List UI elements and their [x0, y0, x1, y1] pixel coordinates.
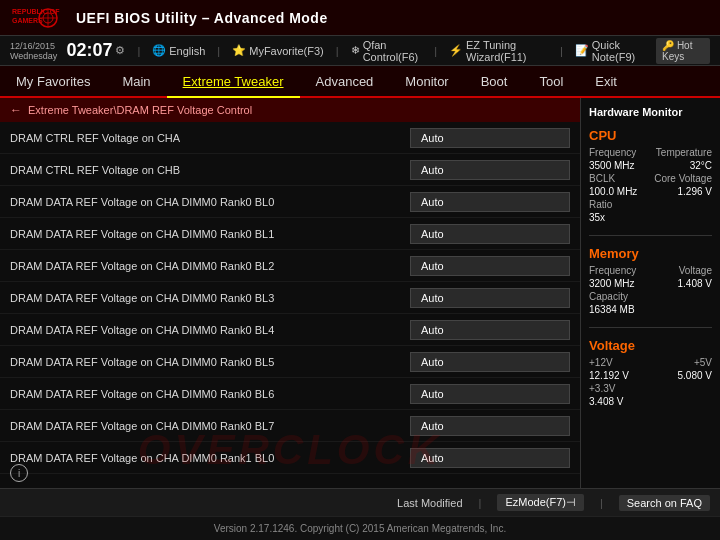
setting-value[interactable]: Auto: [410, 160, 570, 180]
nav-extreme-tweaker[interactable]: Extreme Tweaker: [167, 66, 300, 98]
main-content: ← Extreme Tweaker\DRAM REF Voltage Contr…: [0, 98, 720, 488]
myfavorite-item[interactable]: ⭐ MyFavorite(F3): [232, 44, 324, 57]
info-icon[interactable]: i: [10, 464, 28, 482]
cpu-bclk-label: BCLK: [589, 173, 615, 184]
setting-label: DRAM DATA REF Voltage on CHA DIMM0 Rank1…: [10, 452, 410, 464]
mem-freq-row: Frequency Voltage: [589, 265, 712, 276]
setting-value[interactable]: Auto: [410, 128, 570, 148]
svg-text:REPUBLIC OF: REPUBLIC OF: [12, 8, 60, 15]
nav-advanced[interactable]: Advanced: [300, 66, 390, 96]
setting-value[interactable]: Auto: [410, 352, 570, 372]
hot-keys-btn[interactable]: 🔑 Hot Keys: [656, 38, 710, 64]
table-row[interactable]: DRAM DATA REF Voltage on CHA DIMM0 Rank0…: [0, 410, 580, 442]
setting-label: DRAM DATA REF Voltage on CHA DIMM0 Rank0…: [10, 324, 410, 336]
table-row[interactable]: DRAM DATA REF Voltage on CHA DIMM0 Rank0…: [0, 346, 580, 378]
cpu-section-label: CPU: [589, 128, 712, 143]
eztuning-item[interactable]: ⚡ EZ Tuning Wizard(F11): [449, 39, 548, 63]
breadcrumb-text: Extreme Tweaker\DRAM REF Voltage Control: [28, 104, 252, 116]
setting-label: DRAM DATA REF Voltage on CHA DIMM0 Rank0…: [10, 356, 410, 368]
header-logo: REPUBLIC OF GAMERS: [10, 4, 60, 32]
setting-label: DRAM DATA REF Voltage on CHA DIMM0 Rank0…: [10, 228, 410, 240]
cpu-section: CPU Frequency Temperature 3500 MHz 32°C …: [589, 128, 712, 225]
cpu-freq-label: Frequency: [589, 147, 636, 158]
left-panel: ← Extreme Tweaker\DRAM REF Voltage Contr…: [0, 98, 580, 488]
hardware-monitor-panel: Hardware Monitor CPU Frequency Temperatu…: [580, 98, 720, 488]
setting-value[interactable]: Auto: [410, 224, 570, 244]
settings-list: DRAM CTRL REF Voltage on CHA Auto DRAM C…: [0, 122, 580, 488]
table-row[interactable]: DRAM DATA REF Voltage on CHA DIMM0 Rank0…: [0, 250, 580, 282]
hw-monitor-title: Hardware Monitor: [589, 106, 712, 118]
rog-logo-icon: REPUBLIC OF GAMERS: [10, 4, 60, 32]
mem-cap-value: 16384 MB: [589, 304, 635, 315]
cpu-freq-value: 3500 MHz: [589, 160, 635, 171]
quicknote-item[interactable]: 📝 Quick Note(F9): [575, 39, 644, 63]
language-label: English: [169, 45, 205, 57]
voltage-section: Voltage +12V +5V 12.192 V 5.080 V +3.3V …: [589, 338, 712, 409]
language-item[interactable]: 🌐 English: [152, 44, 205, 57]
nav-exit[interactable]: Exit: [579, 66, 633, 96]
cpu-ratio-val-row: 35x: [589, 212, 712, 223]
bottom-bar: Last Modified | EzMode(F7)⊣ | Search on …: [0, 488, 720, 516]
header-title: UEFI BIOS Utility – Advanced Mode: [76, 10, 328, 26]
volt-5-value: 5.080 V: [678, 370, 712, 381]
qfan-item[interactable]: ❄ Qfan Control(F6): [351, 39, 423, 63]
eztuning-label: EZ Tuning Wizard(F11): [466, 39, 548, 63]
table-row[interactable]: DRAM DATA REF Voltage on CHA DIMM0 Rank0…: [0, 218, 580, 250]
setting-value[interactable]: Auto: [410, 192, 570, 212]
table-row[interactable]: DRAM DATA REF Voltage on CHA DIMM0 Rank0…: [0, 378, 580, 410]
ez-mode-btn[interactable]: EzMode(F7)⊣: [497, 494, 584, 511]
star-icon: ⭐: [232, 44, 246, 57]
last-modified-label: Last Modified: [397, 497, 462, 509]
cpu-corevolt-value: 1.296 V: [678, 186, 712, 197]
table-row[interactable]: DRAM DATA REF Voltage on CHA DIMM0 Rank1…: [0, 442, 580, 474]
setting-value[interactable]: Auto: [410, 288, 570, 308]
volt-12-val-row: 12.192 V 5.080 V: [589, 370, 712, 381]
cpu-memory-divider: [589, 235, 712, 236]
quicknote-label: Quick Note(F9): [592, 39, 644, 63]
cpu-bclk-row: BCLK Core Voltage: [589, 173, 712, 184]
back-arrow-icon[interactable]: ←: [10, 103, 22, 117]
header-bar: REPUBLIC OF GAMERS UEFI BIOS Utility – A…: [0, 0, 720, 36]
footer: Version 2.17.1246. Copyright (C) 2015 Am…: [0, 516, 720, 540]
globe-icon: 🌐: [152, 44, 166, 57]
cpu-freq-val-row: 3500 MHz 32°C: [589, 160, 712, 171]
setting-value[interactable]: Auto: [410, 416, 570, 436]
table-row[interactable]: DRAM DATA REF Voltage on CHA DIMM0 Rank0…: [0, 282, 580, 314]
voltage-section-label: Voltage: [589, 338, 712, 353]
table-row[interactable]: DRAM DATA REF Voltage on CHA DIMM0 Rank0…: [0, 314, 580, 346]
search-faq-btn[interactable]: Search on FAQ: [619, 495, 710, 511]
mem-freq-label: Frequency: [589, 265, 636, 276]
setting-value[interactable]: Auto: [410, 256, 570, 276]
note-icon: 📝: [575, 44, 589, 57]
table-row[interactable]: DRAM CTRL REF Voltage on CHB Auto: [0, 154, 580, 186]
setting-value[interactable]: Auto: [410, 448, 570, 468]
settings-gear-icon[interactable]: ⚙: [115, 44, 125, 57]
datetime-display: 12/16/2015Wednesday 02:07 ⚙: [10, 40, 125, 61]
nav-monitor[interactable]: Monitor: [389, 66, 464, 96]
breadcrumb: ← Extreme Tweaker\DRAM REF Voltage Contr…: [0, 98, 580, 122]
volt-5-label: +5V: [694, 357, 712, 368]
cpu-temp-label: Temperature: [656, 147, 712, 158]
volt-12-value: 12.192 V: [589, 370, 629, 381]
mem-cap-label: Capacity: [589, 291, 628, 302]
mem-freq-value: 3200 MHz: [589, 278, 635, 289]
nav-boot[interactable]: Boot: [465, 66, 524, 96]
nav-bar: My Favorites Main Extreme Tweaker Advanc…: [0, 66, 720, 98]
cpu-ratio-row: Ratio: [589, 199, 712, 210]
cpu-bclk-val-row: 100.0 MHz 1.296 V: [589, 186, 712, 197]
time-display: 02:07: [66, 40, 112, 61]
table-row[interactable]: DRAM DATA REF Voltage on CHA DIMM0 Rank0…: [0, 186, 580, 218]
volt-33-row: +3.3V: [589, 383, 712, 394]
table-row[interactable]: DRAM CTRL REF Voltage on CHA Auto: [0, 122, 580, 154]
cpu-bclk-value: 100.0 MHz: [589, 186, 637, 197]
nav-tool[interactable]: Tool: [523, 66, 579, 96]
footer-text: Version 2.17.1246. Copyright (C) 2015 Am…: [214, 523, 506, 534]
setting-value[interactable]: Auto: [410, 384, 570, 404]
volt-12-row: +12V +5V: [589, 357, 712, 368]
fan-icon: ❄: [351, 44, 360, 57]
volt-33-value: 3.408 V: [589, 396, 623, 407]
volt-12-label: +12V: [589, 357, 613, 368]
setting-value[interactable]: Auto: [410, 320, 570, 340]
nav-myfavorites[interactable]: My Favorites: [0, 66, 106, 96]
nav-main[interactable]: Main: [106, 66, 166, 96]
